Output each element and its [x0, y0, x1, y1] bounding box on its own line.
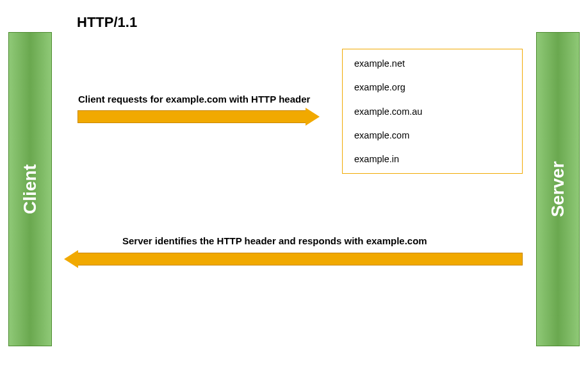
response-arrow-head-icon	[64, 250, 78, 268]
response-arrow-body	[78, 253, 523, 265]
response-caption: Server identifies the HTTP header and re…	[122, 235, 427, 246]
host-item: example.org	[354, 82, 510, 92]
host-item: example.in	[354, 154, 510, 164]
server-label: Server	[548, 161, 568, 217]
diagram-title: HTTP/1.1	[77, 14, 137, 31]
response-arrow	[64, 250, 525, 268]
host-item: example.com.au	[354, 106, 510, 117]
virtual-hosts-box: example.net example.org example.com.au e…	[342, 49, 523, 174]
request-arrow-head-icon	[306, 108, 320, 126]
request-caption: Client requests for example.com with HTT…	[78, 94, 310, 105]
host-item: example.com	[354, 130, 510, 140]
client-label: Client	[20, 164, 40, 214]
server-pillar: Server	[536, 32, 580, 346]
request-arrow-body	[78, 110, 306, 123]
request-arrow	[78, 108, 321, 126]
host-item: example.net	[354, 58, 510, 69]
client-pillar: Client	[8, 32, 52, 346]
